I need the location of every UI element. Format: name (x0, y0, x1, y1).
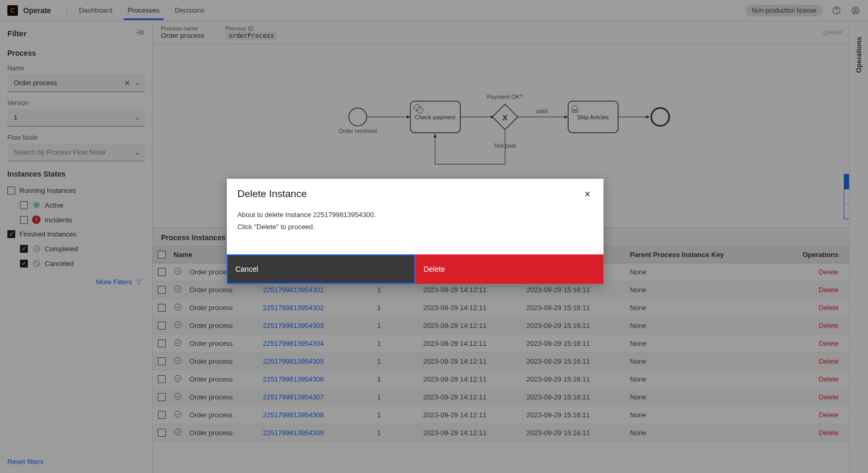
modal-title: Delete Instance (237, 188, 307, 200)
cancel-button[interactable]: Cancel (227, 254, 415, 284)
modal-close-icon[interactable]: ✕ (582, 188, 593, 200)
delete-button[interactable]: Delete (415, 254, 603, 284)
modal-text-1: About to delete Instance 225179981395430… (237, 209, 593, 221)
delete-instance-modal: Delete Instance ✕ About to delete Instan… (227, 179, 603, 284)
modal-text-2: Click "Delete" to proceed. (237, 221, 593, 233)
